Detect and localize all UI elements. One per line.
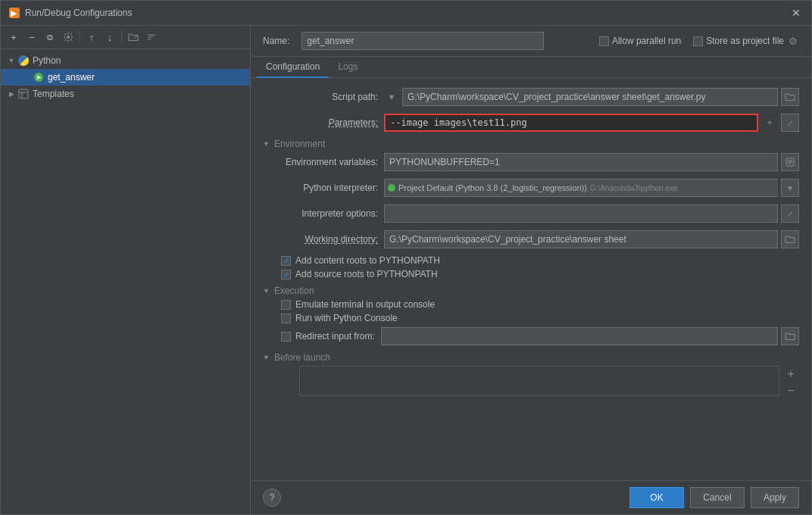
working-dir-input[interactable] xyxy=(384,230,778,248)
python-console-row: Run with Python Console xyxy=(281,313,799,323)
interp-options-wrap: ⤢ xyxy=(384,204,799,223)
before-launch-buttons: + − xyxy=(782,366,799,399)
remove-config-button[interactable]: − xyxy=(23,29,40,45)
before-launch-remove-button[interactable]: − xyxy=(782,382,799,399)
sidebar-toolbar: + − ⧉ ↑ ↓ xyxy=(1,26,250,49)
run-debug-dialog: ▶ Run/Debug Configurations ✕ + − ⧉ ↑ xyxy=(0,0,812,515)
redirect-input-checkbox[interactable] xyxy=(281,332,291,342)
sidebar-tree: ▼ Python ▶ ▶ get_answer ▶ xyxy=(1,49,250,514)
move-up-button[interactable]: ↑ xyxy=(83,29,100,45)
ok-button[interactable]: OK xyxy=(629,487,684,508)
settings-config-button[interactable] xyxy=(60,29,77,45)
cancel-button[interactable]: Cancel xyxy=(690,487,745,508)
env-vars-input[interactable] xyxy=(384,153,778,171)
expand-arrow-python: ▼ xyxy=(7,56,16,65)
config-panel: Script path: ▼ Parameters: xyxy=(251,78,811,480)
store-project-gear-icon[interactable]: ⚙ xyxy=(787,35,799,47)
parameters-add-button[interactable]: + xyxy=(761,114,778,131)
redirect-input-wrap xyxy=(381,327,799,345)
env-vars-wrap xyxy=(384,153,799,171)
before-launch-section: ▼ Before launch + − xyxy=(263,352,799,399)
before-launch-toggle[interactable]: ▼ xyxy=(263,354,270,361)
svg-text:▶: ▶ xyxy=(11,9,17,17)
apply-button[interactable]: Apply xyxy=(751,487,799,508)
env-vars-browse-button[interactable] xyxy=(781,153,799,171)
add-source-roots-label: Add source roots to PYTHONPATH xyxy=(295,269,438,279)
sort-button[interactable] xyxy=(143,29,160,45)
name-input[interactable] xyxy=(301,32,544,50)
emulate-terminal-row: Emulate terminal in output console xyxy=(281,299,799,310)
before-launch-list xyxy=(299,366,779,396)
store-project-checkbox[interactable] xyxy=(693,36,703,46)
python-console-checkbox[interactable] xyxy=(281,314,291,323)
before-launch-content-area: + − xyxy=(281,366,799,399)
interpreter-row: Python interpreter: Project Default (Pyt… xyxy=(263,178,799,198)
templates-label: Templates xyxy=(33,89,74,99)
interp-options-row: Interpreter options: ⤢ xyxy=(263,204,799,223)
parameters-wrap: + ⤢ xyxy=(384,114,799,132)
script-path-browse-button[interactable] xyxy=(781,88,799,106)
add-source-roots-checkbox[interactable]: ✓ xyxy=(281,270,291,279)
main-content: + − ⧉ ↑ ↓ xyxy=(1,26,811,514)
templates-item[interactable]: ▶ Templates xyxy=(1,86,250,102)
script-path-input[interactable] xyxy=(402,88,778,106)
toolbar-separator xyxy=(80,31,80,43)
right-panel: Name: Allow parallel run Store as projec… xyxy=(251,26,811,514)
add-content-roots-checkbox[interactable]: ✓ xyxy=(281,256,291,266)
execution-section-header: ▼ Execution xyxy=(263,286,799,296)
close-button[interactable]: ✕ xyxy=(789,5,804,20)
help-button[interactable]: ? xyxy=(263,488,281,507)
toolbar-separator-2 xyxy=(121,31,122,43)
working-dir-wrap xyxy=(384,230,799,248)
tabs-bar: Configuration Logs xyxy=(251,57,811,78)
parameters-label: Parameters: xyxy=(263,117,384,128)
move-down-button[interactable]: ↓ xyxy=(102,29,118,45)
interpreter-wrap: Project Default (Python 3.8 (2_logistic_… xyxy=(384,179,799,197)
configuration-tab[interactable]: Configuration xyxy=(257,57,329,78)
redirect-input-row: Redirect input from: xyxy=(281,326,799,346)
parameters-input[interactable] xyxy=(384,114,758,132)
env-section-toggle[interactable]: ▼ xyxy=(263,140,270,148)
name-bar: Name: Allow parallel run Store as projec… xyxy=(251,26,811,57)
parallel-run-checkbox[interactable] xyxy=(599,36,609,46)
parameters-expand-button[interactable]: ⤢ xyxy=(781,114,799,132)
script-path-chevron[interactable]: ▼ xyxy=(384,88,399,106)
interpreter-label: Python interpreter: xyxy=(263,183,384,193)
add-config-button[interactable]: + xyxy=(5,29,22,45)
get-answer-label: get_answer xyxy=(48,72,95,83)
dialog-title: Run/Debug Configurations xyxy=(25,8,789,18)
python-group-item[interactable]: ▼ Python xyxy=(1,52,250,69)
redirect-input-input[interactable] xyxy=(381,327,778,345)
templates-icon xyxy=(17,88,30,100)
python-group-icon xyxy=(17,55,30,67)
svg-point-2 xyxy=(67,36,70,39)
logs-tab[interactable]: Logs xyxy=(329,57,367,78)
copy-config-button[interactable]: ⧉ xyxy=(42,29,58,45)
script-path-label: Script path: xyxy=(263,92,384,102)
interp-options-input[interactable] xyxy=(384,204,778,223)
environment-section-header: ▼ Environment xyxy=(263,139,799,149)
redirect-input-browse-button[interactable] xyxy=(781,327,799,345)
python-console-label: Run with Python Console xyxy=(295,313,398,323)
title-bar: ▶ Run/Debug Configurations ✕ xyxy=(1,1,811,26)
working-dir-browse-button[interactable] xyxy=(781,230,799,248)
redirect-input-label: Redirect input from: xyxy=(295,331,375,342)
run-config-icon: ▶ xyxy=(33,71,45,83)
add-content-roots-label: Add content roots to PYTHONPATH xyxy=(295,255,440,266)
before-launch-add-button[interactable]: + xyxy=(782,366,799,382)
parallel-run-wrap: Allow parallel run xyxy=(599,36,681,46)
script-path-wrap: ▼ xyxy=(384,88,799,106)
exec-section-toggle[interactable]: ▼ xyxy=(263,287,270,295)
get-answer-item[interactable]: ▶ ▶ get_answer xyxy=(1,69,250,86)
env-vars-label: Environment variables: xyxy=(263,157,384,167)
move-to-folder-button[interactable] xyxy=(125,29,142,45)
name-label: Name: xyxy=(263,36,289,46)
add-content-roots-row: ✓ Add content roots to PYTHONPATH xyxy=(281,255,799,266)
execution-section-label: Execution xyxy=(274,286,314,296)
interp-options-label: Interpreter options: xyxy=(263,208,384,219)
emulate-terminal-checkbox[interactable] xyxy=(281,300,291,310)
interp-options-expand-button[interactable]: ⤢ xyxy=(781,204,799,223)
script-path-row: Script path: ▼ xyxy=(263,87,799,107)
interpreter-dropdown-button[interactable]: ▼ xyxy=(781,179,799,197)
store-project-wrap: Store as project file ⚙ xyxy=(693,35,799,47)
